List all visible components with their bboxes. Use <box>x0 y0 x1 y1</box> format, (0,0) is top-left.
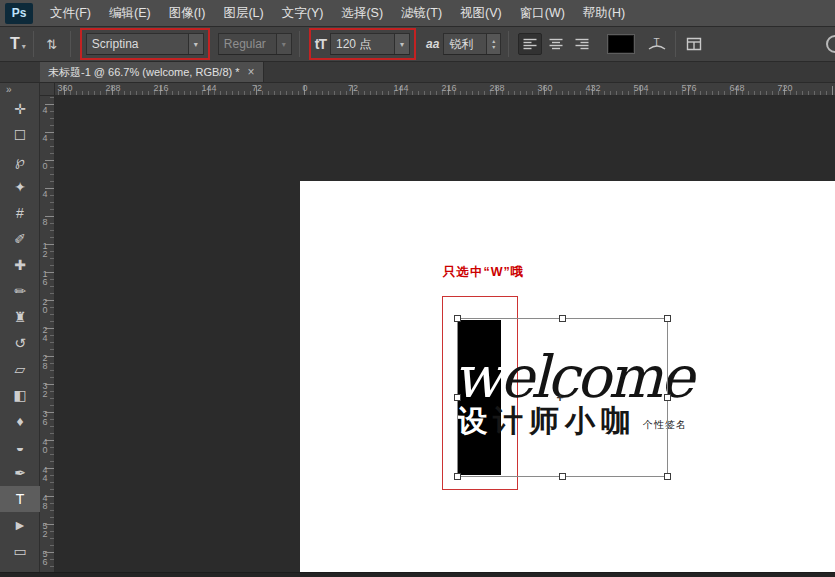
collapse-chevron-icon: » <box>6 85 12 95</box>
toggle-panels-button[interactable] <box>683 33 705 55</box>
menu-item[interactable]: 帮助(H) <box>574 0 634 26</box>
pasteboard: 只选中“W”哦 welcome 设计师小咖 个性签名 <box>55 96 835 572</box>
selection-handle-top-middle[interactable] <box>559 315 566 322</box>
quick-selection-tool[interactable]: ✦ <box>0 174 40 200</box>
anti-alias-value: 锐利 <box>444 36 486 53</box>
tool-icon: ◒ <box>16 440 24 454</box>
align-left-button[interactable] <box>518 33 542 55</box>
selection-handle-middle-right[interactable] <box>664 394 671 401</box>
selection-handle-bottom-left[interactable] <box>454 473 461 480</box>
ruler-label: 32 <box>40 376 54 404</box>
tab-close-icon[interactable]: × <box>248 67 255 77</box>
selection-handle-top-right[interactable] <box>664 315 671 322</box>
align-center-button[interactable] <box>544 33 568 55</box>
anti-alias-select[interactable]: 锐利 ▴▾ <box>443 33 501 55</box>
path-selection-tool[interactable]: ► <box>0 512 40 538</box>
tool-icon: ✒ <box>14 466 26 480</box>
tool-icon: ℘ <box>15 154 25 168</box>
gradient-tool[interactable]: ◧ <box>0 382 40 408</box>
history-brush-tool[interactable]: ↺ <box>0 330 40 356</box>
svg-text:T: T <box>654 37 660 48</box>
font-style-select[interactable]: Regular ▾ <box>218 33 292 55</box>
tool-options-bar: T ▾ ⇅ Scriptina ▾ Regular ▾ tT 120 点 ▾ a… <box>0 27 835 62</box>
document-tab[interactable]: 未标题-1 @ 66.7% (welcome, RGB/8) * × <box>40 62 264 82</box>
vertical-ruler[interactable]: 44048121620242832364044485256 <box>40 96 55 572</box>
ruler-label: 52 <box>40 516 54 544</box>
tool-icon: T <box>16 492 25 506</box>
separator <box>299 31 300 57</box>
ruler-label: 8 <box>40 208 54 236</box>
menu-item[interactable]: 文字(Y) <box>273 0 333 26</box>
menu-item[interactable]: 编辑(E) <box>100 0 160 26</box>
blur-tool[interactable]: ♦ <box>0 408 40 434</box>
horizontal-ruler[interactable]: 3602882161447207214421628836043250457664… <box>55 83 835 96</box>
pen-tool[interactable]: ✒ <box>0 460 40 486</box>
eyedropper-tool[interactable]: ✐ <box>0 226 40 252</box>
text-alignment-group <box>518 33 594 55</box>
font-style-value: Regular <box>219 37 276 51</box>
ruler-label: 0 <box>281 83 329 94</box>
tab-title: 未标题-1 @ 66.7% (welcome, RGB/8) * <box>48 65 240 80</box>
selection-handle-bottom-right[interactable] <box>664 473 671 480</box>
warp-text-icon: T <box>647 36 667 52</box>
selection-handle-bottom-middle[interactable] <box>559 473 566 480</box>
ruler-label: 20 <box>40 292 54 320</box>
menu-item[interactable]: 滤镜(T) <box>392 0 451 26</box>
crop-tool[interactable]: # <box>0 200 40 226</box>
align-right-button[interactable] <box>570 33 594 55</box>
tool-icon: ♜ <box>14 310 27 324</box>
menu-item[interactable]: 选择(S) <box>332 0 392 26</box>
clone-stamp-tool[interactable]: ♜ <box>0 304 40 330</box>
ruler-label: 56 <box>40 544 54 572</box>
ruler-label: 216 <box>137 83 185 94</box>
separator <box>70 31 71 57</box>
tools-panel-header[interactable]: » <box>0 83 39 96</box>
annotation-text: 只选中“W”哦 <box>443 264 524 281</box>
font-size-highlight-box: tT 120 点 ▾ <box>309 28 416 60</box>
text-color-swatch[interactable] <box>608 35 634 53</box>
ruler-label: 72 <box>329 83 377 94</box>
lasso-tool[interactable]: ℘ <box>0 148 40 174</box>
ruler-label: 4 <box>40 180 54 208</box>
tool-icon: ► <box>13 518 27 532</box>
tool-icon: ✦ <box>14 180 26 194</box>
ruler-corner[interactable] <box>40 83 55 96</box>
font-family-select[interactable]: Scriptina ▾ <box>86 33 204 55</box>
rectangle-tool[interactable]: ▭ <box>0 538 40 564</box>
align-right-icon <box>574 38 590 51</box>
chevron-down-icon[interactable]: ▾ <box>188 34 203 54</box>
selection-handle-middle-left[interactable] <box>454 394 461 401</box>
text-bounding-box[interactable]: + <box>457 318 668 477</box>
work-area: » ✛ ☐ ℘ ✦ # ✐ ✚ ✏ ♜ <box>0 83 835 572</box>
font-size-select[interactable]: 120 点 ▾ <box>330 33 410 55</box>
chevron-down-icon[interactable]: ▾ <box>394 34 409 54</box>
align-center-icon <box>548 38 564 51</box>
font-size-value: 120 点 <box>331 36 394 53</box>
brush-tool[interactable]: ✏ <box>0 278 40 304</box>
spinner-icon[interactable]: ▴▾ <box>486 34 500 54</box>
transform-center-point[interactable]: + <box>557 391 564 405</box>
menu-item[interactable]: 文件(F) <box>41 0 100 26</box>
horizontal-type-tool[interactable]: T <box>0 486 40 512</box>
photoshop-window: Ps 文件(F)编辑(E)图像(I)图层(L)文字(Y)选择(S)滤镜(T)视图… <box>0 0 835 577</box>
ruler-label: 28 <box>40 348 54 376</box>
menu-item[interactable]: 图像(I) <box>160 0 215 26</box>
text-orientation-toggle-button[interactable]: ⇅ <box>41 33 63 55</box>
move-tool[interactable]: ✛ <box>0 96 40 122</box>
menu-item[interactable]: 视图(V) <box>451 0 511 26</box>
tool-icon: ✐ <box>14 232 26 246</box>
dodge-tool[interactable]: ◒ <box>0 434 40 460</box>
tool-preset-picker[interactable]: T ▾ <box>10 35 26 53</box>
spot-healing-brush-tool[interactable]: ✚ <box>0 252 40 278</box>
eraser-tool[interactable]: ▱ <box>0 356 40 382</box>
warp-text-button[interactable]: T <box>646 33 668 55</box>
tool-icon: ↺ <box>14 336 26 350</box>
ruler-label: 0 <box>40 152 54 180</box>
ruler-label: 40 <box>40 432 54 460</box>
rectangular-marquee-tool[interactable]: ☐ <box>0 122 40 148</box>
menu-item[interactable]: 图层(L) <box>214 0 272 26</box>
ruler-label: 144 <box>185 83 233 94</box>
selection-handle-top-left[interactable] <box>454 315 461 322</box>
menu-item[interactable]: 窗口(W) <box>511 0 574 26</box>
separator <box>33 31 34 57</box>
